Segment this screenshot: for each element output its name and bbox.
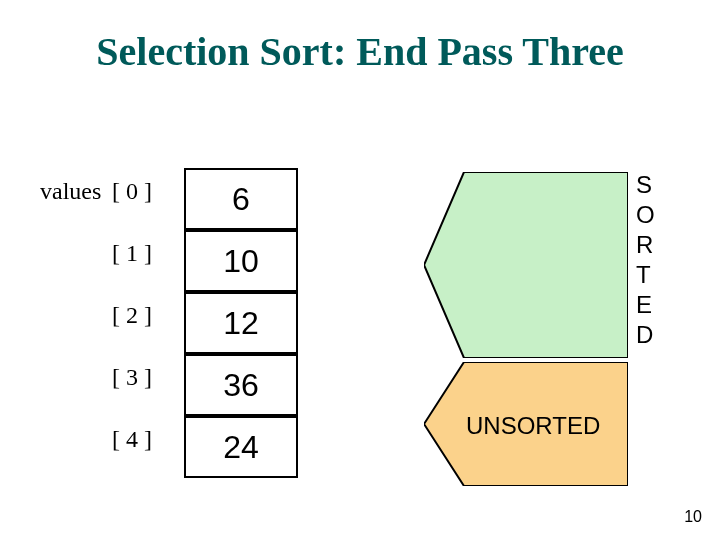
cell-3: 36 xyxy=(184,354,298,416)
svg-marker-0 xyxy=(424,172,628,358)
index-4: [ 4 ] xyxy=(112,426,152,453)
cell-2: 12 xyxy=(184,292,298,354)
cell-1: 10 xyxy=(184,230,298,292)
unsorted-label: UNSORTED xyxy=(466,412,600,440)
sorted-letter-d: D xyxy=(636,320,655,350)
index-0: [ 0 ] xyxy=(112,178,152,205)
slide-title: Selection Sort: End Pass Three xyxy=(0,28,720,75)
page-number: 10 xyxy=(684,508,702,526)
sorted-letter-t: T xyxy=(636,260,655,290)
sorted-letter-r: R xyxy=(636,230,655,260)
cell-4: 24 xyxy=(184,416,298,478)
cell-0: 6 xyxy=(184,168,298,230)
sorted-letter-e: E xyxy=(636,290,655,320)
index-3: [ 3 ] xyxy=(112,364,152,391)
index-2: [ 2 ] xyxy=(112,302,152,329)
sorted-letter-o: O xyxy=(636,200,655,230)
values-word: values xyxy=(40,178,101,205)
sorted-letter-s: S xyxy=(636,170,655,200)
sorted-shape xyxy=(424,172,628,358)
sorted-vertical-label: S O R T E D xyxy=(636,170,655,350)
index-1: [ 1 ] xyxy=(112,240,152,267)
